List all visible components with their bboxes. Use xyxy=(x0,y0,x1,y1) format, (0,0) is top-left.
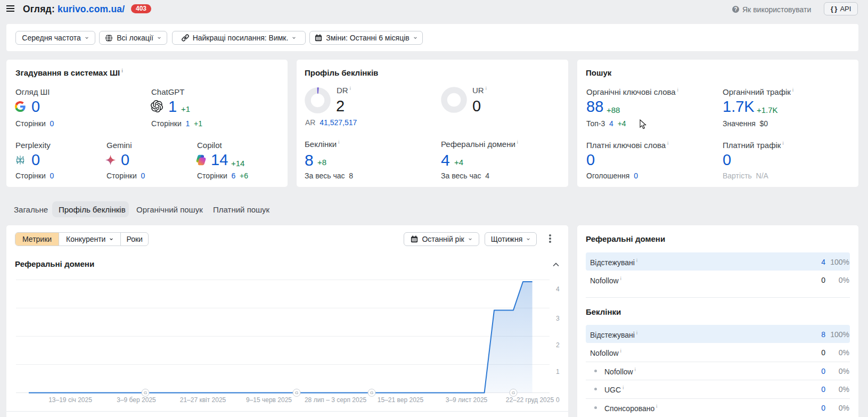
svg-text:G: G xyxy=(295,390,298,395)
svg-text:G: G xyxy=(370,390,373,395)
svg-text:G: G xyxy=(144,390,147,395)
svg-text:G: G xyxy=(512,390,515,395)
